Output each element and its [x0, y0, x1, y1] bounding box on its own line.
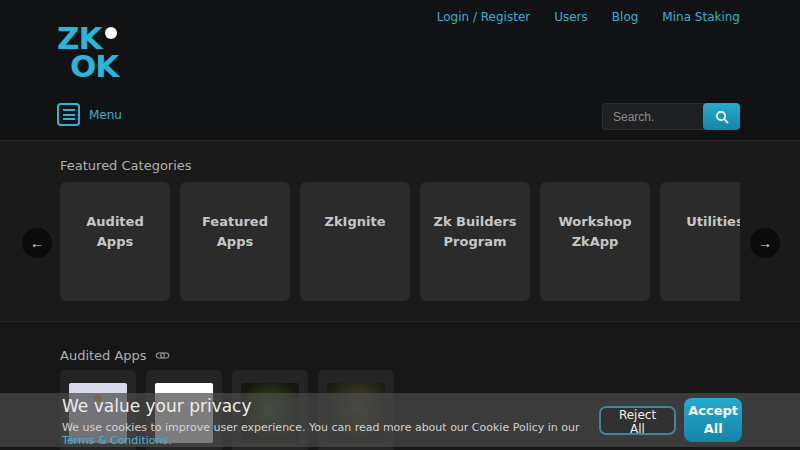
- nav-link-blog[interactable]: Blog: [612, 10, 639, 24]
- top-nav: Login / Register Users Blog Mina Staking: [437, 10, 740, 24]
- carousel-next-button[interactable]: →: [750, 228, 780, 258]
- link-icon[interactable]: [155, 351, 170, 360]
- site-logo[interactable]: ZK OK: [57, 24, 118, 80]
- page: Login / Register Users Blog Mina Staking…: [0, 0, 800, 450]
- category-card-workshop-zkapp[interactable]: Workshop ZkApp: [540, 182, 650, 301]
- featured-categories-title: Featured Categories: [60, 158, 192, 173]
- menu-toggle[interactable]: Menu: [57, 103, 122, 126]
- nav-link-mina-staking[interactable]: Mina Staking: [662, 10, 740, 24]
- accept-all-button[interactable]: Accept All: [684, 398, 742, 442]
- header: Login / Register Users Blog Mina Staking…: [0, 0, 800, 141]
- search-input[interactable]: [602, 103, 705, 130]
- search-icon: [715, 110, 729, 124]
- terms-and-conditions-link[interactable]: Terms & Conditions.: [62, 434, 172, 447]
- arrow-right-icon: →: [758, 235, 772, 251]
- category-card-zk-builders-program[interactable]: Zk Builders Program: [420, 182, 530, 301]
- reject-all-button[interactable]: Reject All: [599, 406, 676, 435]
- hamburger-menu-button[interactable]: [57, 103, 80, 126]
- cookie-consent-banner: We value your privacy We use cookies to …: [0, 393, 800, 447]
- cookie-message-text: We use cookies to improve user experienc…: [62, 421, 580, 434]
- category-card-utilities[interactable]: Utilities: [660, 182, 740, 301]
- audited-apps-title: Audited Apps: [60, 348, 147, 363]
- hamburger-icon: [63, 109, 75, 111]
- cookie-banner-title: We value your privacy: [62, 396, 599, 416]
- cookie-banner-message: We use cookies to improve user experienc…: [62, 421, 599, 447]
- arrow-left-icon: ←: [30, 235, 44, 251]
- search-button[interactable]: [703, 103, 740, 130]
- category-card-audited-apps[interactable]: Audited Apps: [60, 182, 170, 301]
- featured-categories-section: Featured Categories Audited Apps Feature…: [0, 141, 800, 322]
- nav-link-login-register[interactable]: Login / Register: [437, 10, 530, 24]
- category-card-zkignite[interactable]: ZkIgnite: [300, 182, 410, 301]
- search-bar: [602, 103, 740, 130]
- category-card-featured-apps[interactable]: Featured Apps: [180, 182, 290, 301]
- category-carousel: Audited Apps Featured Apps ZkIgnite Zk B…: [60, 182, 740, 301]
- logo-line2: OK: [57, 52, 118, 80]
- nav-link-users[interactable]: Users: [554, 10, 588, 24]
- logo-dot-icon: [105, 27, 117, 39]
- carousel-prev-button[interactable]: ←: [22, 228, 52, 258]
- menu-label: Menu: [89, 108, 122, 122]
